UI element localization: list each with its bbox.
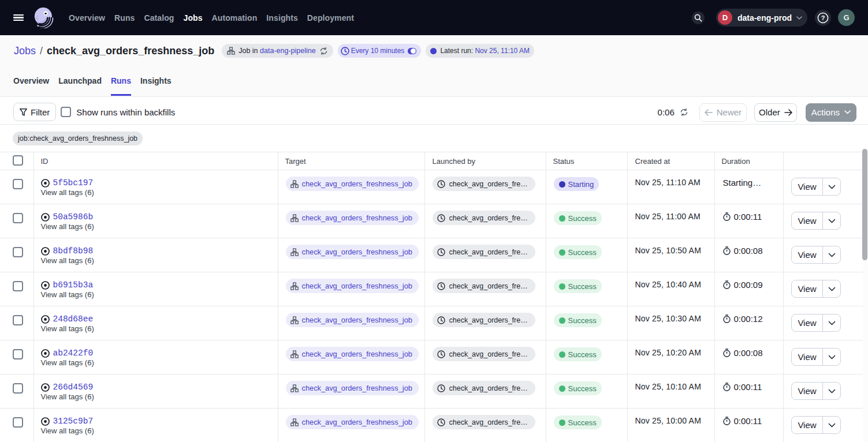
svg-text:?: ? (821, 14, 825, 21)
